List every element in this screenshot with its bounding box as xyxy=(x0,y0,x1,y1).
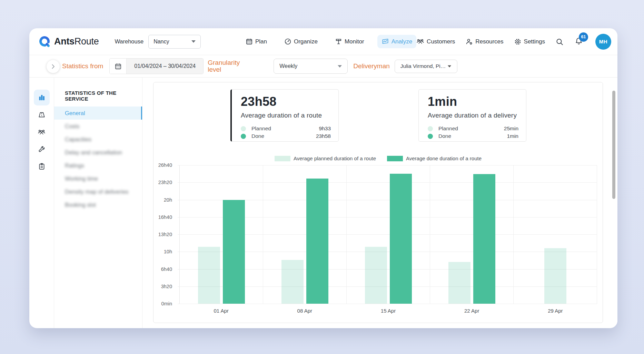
delivery-duration-value: 1min xyxy=(428,94,518,109)
chart-groups xyxy=(180,165,597,304)
body: STATISTICS OF THE SERVICE GeneralCostsCa… xyxy=(29,78,617,328)
search-icon[interactable] xyxy=(555,38,564,46)
date-range-value: 01/04/2024 – 30/04/2024 xyxy=(127,59,203,74)
sidebar-item-capacities[interactable]: Capacities xyxy=(54,133,142,146)
planned-bar[interactable] xyxy=(198,247,220,304)
chevron-down-icon xyxy=(448,65,451,67)
nav-monitor[interactable]: Monitor xyxy=(331,35,368,48)
planned-bar[interactable] xyxy=(365,247,387,304)
rail-team[interactable] xyxy=(34,124,50,140)
sidebar-item-label: Ratings xyxy=(65,162,84,169)
nav-plan-label: Plan xyxy=(255,38,267,45)
sidebar-item-costs[interactable]: Costs xyxy=(54,120,142,133)
planned-swatch-icon xyxy=(275,156,290,161)
sidebar-menu: STATISTICS OF THE SERVICE GeneralCostsCa… xyxy=(54,78,142,328)
y-tick-label: 13h20 xyxy=(158,232,172,237)
done-value: 1min xyxy=(507,133,518,139)
brand-name: AntsRoute xyxy=(54,36,99,47)
done-bar[interactable] xyxy=(390,174,412,304)
done-bar[interactable] xyxy=(473,174,495,304)
avatar[interactable]: MH xyxy=(595,34,611,50)
rail-statistics[interactable] xyxy=(34,90,50,105)
bar-group xyxy=(430,165,514,304)
done-bar[interactable] xyxy=(223,200,245,304)
route-duration-value: 23h58 xyxy=(241,94,331,109)
bar-chart-icon xyxy=(38,94,46,101)
chart-flag-icon xyxy=(382,38,389,45)
route-duration-rows: Planned 9h33 Done 23h58 xyxy=(241,125,331,140)
deliveryman-label: Deliveryman xyxy=(353,62,390,70)
legend-planned[interactable]: Average planned duration of a route xyxy=(275,155,376,161)
nav-analyze-label: Analyze xyxy=(392,38,412,45)
x-tick-label: 29 Apr xyxy=(514,308,597,314)
sidebar-item-density-map-of-deliveries[interactable]: Density map of deliveries xyxy=(54,185,142,198)
gear-icon xyxy=(514,38,522,45)
legend-done[interactable]: Average done duration of a route xyxy=(387,155,482,161)
delivery-duration-label: Average duration of a delivery xyxy=(428,112,518,119)
granularity-select[interactable]: Weekly xyxy=(274,59,348,74)
date-range-picker[interactable]: 01/04/2024 – 30/04/2024 xyxy=(109,58,204,74)
planned-bar[interactable] xyxy=(544,248,566,304)
person-gear-icon xyxy=(465,38,473,45)
sidebar-item-general[interactable]: General xyxy=(54,107,142,120)
planned-bar[interactable] xyxy=(448,262,470,304)
right-nav: Customers Res xyxy=(416,34,611,50)
sidebar-item-working-time[interactable]: Working time xyxy=(54,172,142,185)
rail-forms[interactable] xyxy=(34,159,50,174)
planned-dot-icon xyxy=(428,126,433,131)
planned-value: 9h33 xyxy=(319,125,331,132)
bar-group xyxy=(180,165,263,304)
bar-group xyxy=(514,165,597,304)
people-icon xyxy=(416,38,424,45)
sidebar-item-delay-and-cancellation[interactable]: Delay and cancellation xyxy=(54,146,142,159)
wrench-icon xyxy=(38,145,46,153)
nav-analyze[interactable]: Analyze xyxy=(377,35,416,48)
x-tick-label: 15 Apr xyxy=(346,308,430,314)
deliveryman-select[interactable]: Julia Virmond, Pierre Pat... xyxy=(395,60,457,73)
vertical-scrollbar[interactable] xyxy=(612,91,615,199)
granularity-label: Granularity level xyxy=(208,59,240,73)
app-window: AntsRoute Warehouse Nancy xyxy=(29,28,617,328)
planned-label: Planned xyxy=(251,125,271,132)
done-bar[interactable] xyxy=(306,179,328,304)
sidebar-item-label: Density map of deliveries xyxy=(65,189,128,195)
rail-tools[interactable] xyxy=(34,141,50,157)
y-tick-label: 0min xyxy=(161,301,172,306)
y-tick-label: 26h40 xyxy=(158,162,172,168)
chevron-right-icon xyxy=(52,64,55,69)
chart-grid xyxy=(179,165,597,304)
nav-resources[interactable]: Resources xyxy=(465,37,503,47)
brand-logo[interactable]: AntsRoute xyxy=(38,35,99,48)
chart-y-axis: 26h4023h2020h16h4013h2010h6h403h200min xyxy=(153,165,175,304)
nav-settings[interactable]: Settings xyxy=(514,37,545,47)
done-row: Done 23h58 xyxy=(241,132,331,140)
top-bar: AntsRoute Warehouse Nancy xyxy=(29,28,617,55)
y-tick-label: 6h40 xyxy=(161,266,172,272)
chart-x-axis: 01 Apr08 Apr15 Apr22 Apr29 Apr xyxy=(179,308,597,314)
sidebar-section-title: STATISTICS OF THE SERVICE xyxy=(54,90,142,102)
nav-customers[interactable]: Customers xyxy=(416,37,455,47)
collapse-panel-button[interactable] xyxy=(47,60,60,73)
nav-organize[interactable]: Organize xyxy=(280,35,322,48)
y-tick-label: 20h xyxy=(164,197,172,203)
sidebar-item-label: Capacities xyxy=(65,136,91,143)
sidebar-item-ratings[interactable]: Ratings xyxy=(54,159,142,172)
delivery-duration-rows: Planned 25min Done 1min xyxy=(428,125,518,140)
rail-routes[interactable] xyxy=(34,107,50,123)
delivery-duration-card[interactable]: 1min Average duration of a delivery Plan… xyxy=(418,89,526,142)
x-tick-label: 22 Apr xyxy=(430,308,514,314)
chevron-down-icon xyxy=(191,40,196,43)
y-tick-label: 10h xyxy=(164,249,172,254)
deliveryman-value: Julia Virmond, Pierre Pat... xyxy=(400,63,447,69)
planned-bar[interactable] xyxy=(281,260,304,304)
route-duration-card[interactable]: 23h58 Average duration of a route Planne… xyxy=(230,89,339,142)
notifications-bell[interactable]: 61 xyxy=(575,37,583,47)
warehouse-select[interactable]: Nancy xyxy=(148,35,201,49)
gauge-icon xyxy=(284,38,291,45)
sidebar-item-label: Costs xyxy=(65,123,79,130)
nav-plan[interactable]: Plan xyxy=(241,35,271,48)
sidebar-item-booking-slot[interactable]: Booking slot xyxy=(54,198,142,211)
done-swatch-icon xyxy=(387,156,403,161)
chart-legend: Average planned duration of a route Aver… xyxy=(153,155,603,161)
warehouse-label: Warehouse xyxy=(115,38,143,45)
